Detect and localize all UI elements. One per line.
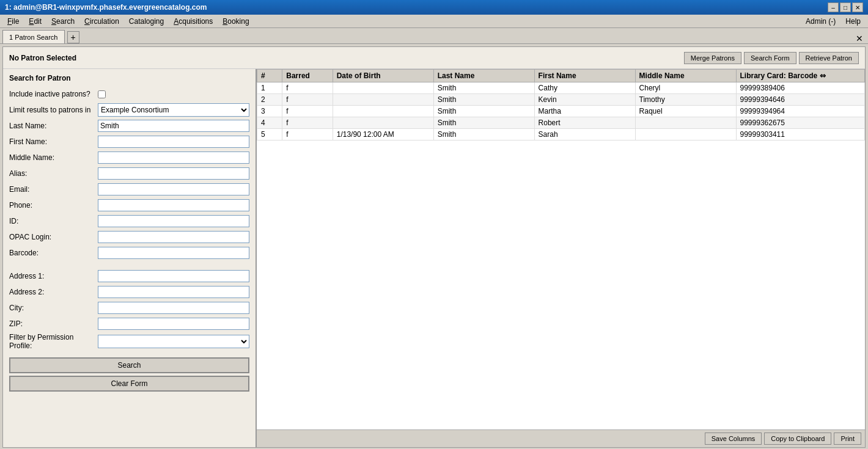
menu-cataloging[interactable]: Cataloging — [124, 16, 169, 27]
col-header-num[interactable]: # — [257, 70, 282, 82]
cell-last: Smith — [433, 94, 534, 106]
table-row[interactable]: 2fSmithKevinTimothy99999394646 — [257, 94, 865, 106]
col-header-middle[interactable]: Middle Name — [635, 70, 736, 82]
cell-last: Smith — [433, 82, 534, 94]
menu-help[interactable]: Help — [840, 16, 866, 27]
barcode-input[interactable] — [98, 247, 249, 259]
first-name-label: First Name: — [9, 137, 98, 146]
table-row[interactable]: 4fSmithRobert99999362675 — [257, 117, 865, 129]
alias-row: Alias: — [9, 167, 249, 180]
middle-name-input[interactable] — [98, 151, 249, 164]
title-text: 1: admin@BR1-winxpvmfx.phasefx.evergreen… — [5, 3, 207, 12]
tab-add-button[interactable]: + — [67, 31, 79, 43]
cell-first: Kevin — [534, 94, 635, 106]
cell-first: Cathy — [534, 82, 635, 94]
cell-dob — [333, 94, 433, 106]
col-header-libcard[interactable]: Library Card: Barcode ⇔ — [736, 70, 864, 82]
cell-middle — [635, 129, 736, 141]
cell-barred: f — [282, 106, 333, 117]
main-content: No Patron Selected Merge Patrons Search … — [2, 46, 866, 448]
cell-last: Smith — [433, 117, 534, 129]
menu-circulation[interactable]: Circulation — [79, 16, 124, 27]
opac-login-input[interactable] — [98, 231, 249, 243]
minimize-button[interactable]: – — [828, 2, 839, 12]
col-header-first[interactable]: First Name — [534, 70, 635, 82]
barcode-row: Barcode: — [9, 246, 249, 260]
include-inactive-checkbox[interactable] — [98, 90, 106, 98]
permission-profile-select[interactable] — [98, 335, 249, 348]
cell-barred: f — [282, 82, 333, 94]
address2-input[interactable] — [98, 286, 249, 298]
cell-last: Smith — [433, 106, 534, 117]
last-name-input[interactable] — [98, 120, 249, 132]
cell-libcard: 99999362675 — [736, 117, 864, 129]
phone-row: Phone: — [9, 199, 249, 212]
zip-label: ZIP: — [9, 319, 98, 328]
alias-input[interactable] — [98, 167, 249, 180]
table-row[interactable]: 1fSmithCathyCheryl99999389406 — [257, 82, 865, 94]
retrieve-patron-button[interactable]: Retrieve Patron — [799, 52, 859, 64]
body-area: Search for Patron Include inactive patro… — [3, 69, 865, 447]
menu-search[interactable]: Search — [46, 16, 79, 27]
merge-patrons-button[interactable]: Merge Patrons — [684, 52, 741, 64]
search-form-button[interactable]: Search Form — [744, 52, 796, 64]
table-header-row: # Barred Date of Birth Last Name First N… — [257, 70, 865, 82]
menu-admin[interactable]: Admin (-) — [801, 16, 840, 27]
phone-input[interactable] — [98, 199, 249, 211]
table-row[interactable]: 5f1/13/90 12:00 AMSmithSarah99999303411 — [257, 129, 865, 141]
menu-booking[interactable]: Booking — [218, 16, 254, 27]
menu-acquisitions[interactable]: Acquisitions — [169, 16, 218, 27]
save-columns-button[interactable]: Save Columns — [705, 433, 762, 445]
zip-row: ZIP: — [9, 317, 249, 330]
close-button[interactable]: ✕ — [852, 2, 863, 12]
limit-results-row: Limit results to patrons in Example Cons… — [9, 103, 249, 117]
tab-bar: 1 Patron Search + ✕ — [0, 28, 868, 44]
permission-profile-label: Filter by Permission Profile: — [9, 333, 98, 350]
search-buttons: Search Clear Form — [9, 357, 249, 392]
address2-label: Address 2: — [9, 288, 98, 296]
col-header-last[interactable]: Last Name — [433, 70, 534, 82]
cell-num: 5 — [257, 129, 282, 141]
email-input[interactable] — [98, 183, 249, 195]
zip-input[interactable] — [98, 318, 249, 330]
clear-form-button[interactable]: Clear Form — [9, 376, 249, 392]
tab-patron-search[interactable]: 1 Patron Search — [2, 30, 65, 43]
results-tbody: 1fSmithCathyCheryl999993894062fSmithKevi… — [257, 82, 865, 141]
cell-barred: f — [282, 117, 333, 129]
copy-clipboard-button[interactable]: Copy to Clipboard — [764, 433, 831, 445]
middle-name-row: Middle Name: — [9, 151, 249, 164]
header-row: No Patron Selected Merge Patrons Search … — [3, 47, 865, 69]
include-inactive-label: Include inactive patrons? — [9, 90, 98, 98]
title-bar: 1: admin@BR1-winxpvmfx.phasefx.evergreen… — [0, 0, 868, 15]
col-header-barred[interactable]: Barred — [282, 70, 333, 82]
results-table-container[interactable]: # Barred Date of Birth Last Name First N… — [257, 69, 865, 429]
address1-label: Address 1: — [9, 272, 98, 280]
alias-label: Alias: — [9, 169, 98, 178]
close-tab-button[interactable]: ✕ — [856, 34, 866, 43]
menu-file[interactable]: File — [2, 16, 24, 27]
tab-patron-search-label: 1 Patron Search — [9, 34, 58, 41]
first-name-input[interactable] — [98, 136, 249, 148]
cell-num: 1 — [257, 82, 282, 94]
cell-dob — [333, 82, 433, 94]
address1-input[interactable] — [98, 270, 249, 282]
opac-login-row: OPAC Login: — [9, 230, 249, 244]
print-button[interactable]: Print — [834, 433, 861, 445]
opac-login-label: OPAC Login: — [9, 233, 98, 241]
id-input[interactable] — [98, 215, 249, 227]
table-row[interactable]: 3fSmithMarthaRaquel99999394964 — [257, 106, 865, 117]
phone-label: Phone: — [9, 201, 98, 210]
first-name-row: First Name: — [9, 135, 249, 148]
search-button[interactable]: Search — [9, 357, 249, 373]
maximize-button[interactable]: □ — [840, 2, 851, 12]
cell-dob — [333, 117, 433, 129]
limit-results-select[interactable]: Example Consortium — [98, 103, 249, 117]
menu-edit[interactable]: Edit — [24, 16, 46, 27]
col-header-dob[interactable]: Date of Birth — [333, 70, 433, 82]
city-input[interactable] — [98, 302, 249, 314]
address2-row: Address 2: — [9, 285, 249, 299]
barcode-label: Barcode: — [9, 249, 98, 257]
search-panel: Search for Patron Include inactive patro… — [3, 69, 257, 447]
col-resize-icon[interactable]: ⇔ — [820, 71, 826, 80]
title-bar-controls: – □ ✕ — [828, 2, 863, 12]
